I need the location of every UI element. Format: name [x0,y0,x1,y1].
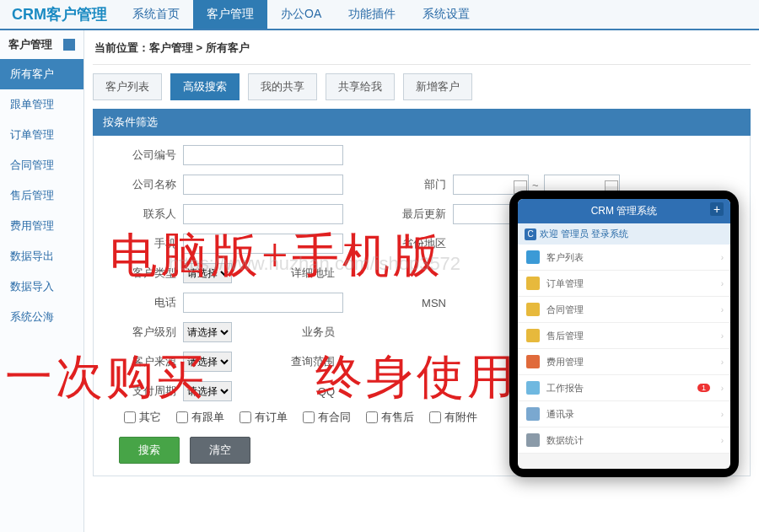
menu-icon [526,381,540,395]
checkbox-item[interactable]: 有售后 [366,410,414,425]
phone-welcome: C 欢迎 管理员 登录系统 [518,223,730,245]
phone-menu-item[interactable]: 数据统计› [518,427,730,454]
label-msn: MSN [385,297,453,309]
tab[interactable]: 共享给我 [326,73,395,100]
tab[interactable]: 客户列表 [93,73,162,100]
input-company-name[interactable] [183,175,343,195]
logo-icon: C [525,228,536,240]
checkbox[interactable] [303,411,315,423]
select-cust-source[interactable]: 请选择 [183,352,232,372]
label-phone: 电话 [99,295,183,310]
sidebar-item[interactable]: 订单管理 [0,120,83,150]
label-company-no: 公司编号 [99,148,183,163]
select-pay-cycle[interactable]: 请选择 [183,381,232,401]
label-cust-type: 客户类型 [99,266,183,281]
checkbox-item[interactable]: 有订单 [240,410,288,425]
checkbox[interactable] [124,411,136,423]
topnav-item[interactable]: 办公OA [267,0,335,29]
clear-button[interactable]: 清空 [190,437,250,464]
checkbox[interactable] [240,411,251,423]
label-last-update: 最后更新 [385,207,453,222]
menu-label: 费用管理 [546,356,584,368]
chevron-right-icon: › [721,253,724,262]
checkbox-item[interactable]: 有附件 [429,410,477,425]
phone-menu-item[interactable]: 通讯录› [518,401,730,427]
label-contact: 联系人 [99,207,183,222]
checkbox-item[interactable]: 有合同 [303,410,351,425]
sidebar-title: 客户管理 [0,30,83,59]
checkbox-label: 有订单 [255,410,288,425]
phone-menu-item[interactable]: 客户列表› [518,245,730,271]
phone-screen: CRM 管理系统 + C 欢迎 管理员 登录系统 客户列表›订单管理›合同管理›… [518,199,730,469]
checkbox-item[interactable]: 有跟单 [176,410,224,425]
label-cust-level: 客户级别 [99,325,183,340]
label-scope: 查询范围 [274,354,342,369]
tab-bar: 客户列表高级搜索我的共享共享给我新增客户 [93,73,751,100]
label-address: 详细地址 [274,266,342,281]
sidebar-item[interactable]: 费用管理 [0,211,83,241]
chevron-right-icon: › [721,410,724,419]
badge: 1 [697,384,710,392]
folder-icon [63,39,75,51]
phone-header: CRM 管理系统 + [518,199,730,223]
menu-label: 工作报告 [546,382,584,395]
menu-icon [526,433,540,447]
label-dept: 部门 [385,177,453,192]
topnav-item[interactable]: 系统首页 [119,0,193,29]
checkbox-label: 有附件 [444,410,477,425]
menu-label: 订单管理 [546,277,584,290]
menu-icon [526,407,540,421]
label-cust-source: 客户来源 [99,354,183,369]
checkbox-item[interactable]: 其它 [124,410,161,425]
label-qq: QQ [274,385,342,398]
label-company-name: 公司名称 [99,177,183,192]
chevron-right-icon: › [721,357,724,367]
sidebar-item[interactable]: 所有客户 [0,59,83,89]
sidebar-item[interactable]: 数据导出 [0,241,83,271]
phone-menu-item[interactable]: 订单管理› [518,271,730,297]
checkbox[interactable] [366,411,378,423]
checkbox[interactable] [176,411,188,423]
plus-icon[interactable]: + [710,202,724,216]
checkbox-label: 有售后 [381,410,414,425]
sidebar-item[interactable]: 跟单管理 [0,89,83,120]
select-cust-type[interactable]: 请选择 [183,263,232,283]
input-phone[interactable] [183,293,343,313]
menu-icon [526,355,540,368]
menu-label: 售后管理 [546,330,584,342]
input-company-no[interactable] [183,145,343,165]
menu-label: 客户列表 [546,251,584,264]
phone-menu-item[interactable]: 费用管理› [518,349,730,375]
sidebar-title-text: 客户管理 [8,37,52,52]
tab[interactable]: 新增客户 [403,73,472,100]
menu-icon [526,329,540,342]
phone-title: CRM 管理系统 [591,205,658,217]
input-contact[interactable] [183,204,343,224]
phone-welcome-text: 欢迎 管理员 登录系统 [540,228,628,240]
menu-icon [526,277,540,290]
phone-menu-item[interactable]: 售后管理› [518,323,730,349]
topnav-item[interactable]: 系统设置 [409,0,483,29]
top-nav: 系统首页客户管理办公OA功能插件系统设置 [119,0,483,29]
menu-icon [526,303,540,316]
select-cust-level[interactable]: 请选择 [183,322,232,342]
sidebar-item[interactable]: 系统公海 [0,302,83,332]
input-mobile[interactable] [183,234,343,254]
sidebar-item[interactable]: 数据导入 [0,271,83,302]
topnav-item[interactable]: 客户管理 [193,0,267,29]
phone-menu-item[interactable]: 工作报告1› [518,375,730,401]
chevron-right-icon: › [721,279,724,288]
menu-label: 数据统计 [546,434,584,447]
sidebar-item[interactable]: 售后管理 [0,180,83,211]
search-button[interactable]: 搜索 [119,437,180,464]
label-mobile: 手机 [99,236,183,251]
sidebar-item[interactable]: 合同管理 [0,150,83,180]
tab[interactable]: 高级搜索 [170,73,240,100]
label-pay-cycle: 支付周期 [99,384,183,399]
tab[interactable]: 我的共享 [248,73,317,100]
panel-title: 按条件筛选 [93,109,751,136]
topnav-item[interactable]: 功能插件 [335,0,409,29]
phone-menu: 客户列表›订单管理›合同管理›售后管理›费用管理›工作报告1›通讯录›数据统计› [518,245,730,469]
phone-menu-item[interactable]: 合同管理› [518,297,730,323]
checkbox[interactable] [429,411,441,423]
